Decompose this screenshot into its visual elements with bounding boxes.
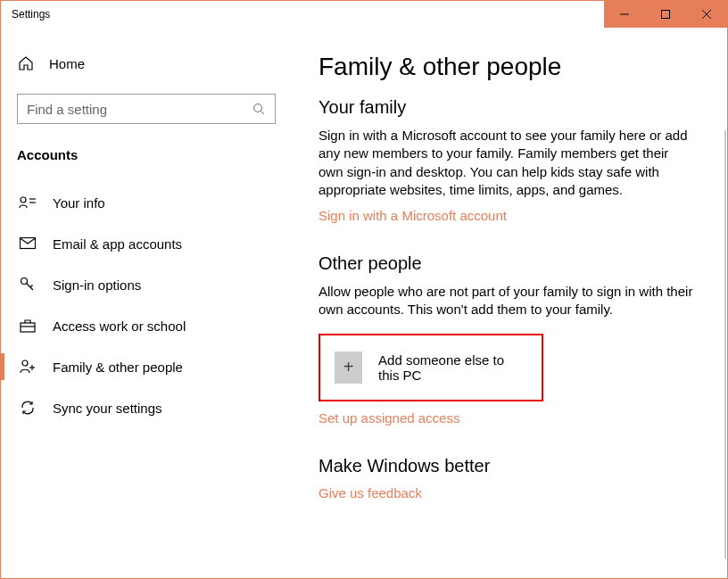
maximize-button[interactable] [645, 1, 686, 28]
assigned-access-link[interactable]: Set up assigned access [318, 410, 695, 426]
other-heading: Other people [318, 253, 695, 274]
nav-signin-options[interactable]: Sign-in options [17, 264, 286, 305]
home-icon [17, 55, 35, 71]
nav-label: Email & app accounts [53, 236, 182, 252]
briefcase-icon [19, 318, 37, 333]
minimize-icon [620, 10, 629, 19]
better-heading: Make Windows better [318, 456, 695, 476]
mail-icon [19, 237, 37, 250]
signin-microsoft-link[interactable]: Sign in with a Microsoft account [318, 208, 695, 223]
nav-label: Sign-in options [53, 277, 141, 293]
svg-rect-1 [662, 11, 670, 19]
feedback-link[interactable]: Give us feedback [318, 485, 695, 500]
svg-point-15 [22, 360, 28, 366]
add-someone-button[interactable]: + Add someone else to this PC [318, 334, 543, 401]
window-title: Settings [1, 8, 604, 21]
close-button[interactable] [686, 1, 727, 28]
svg-line-5 [261, 111, 265, 114]
svg-line-11 [27, 284, 34, 291]
nav-label: Access work or school [53, 318, 186, 334]
nav-your-info[interactable]: Your info [17, 182, 286, 223]
nav-label: Your info [53, 195, 105, 211]
svg-line-12 [30, 285, 33, 288]
maximize-icon [661, 10, 670, 19]
home-nav[interactable]: Home [17, 44, 286, 83]
nav-email-accounts[interactable]: Email & app accounts [17, 223, 286, 264]
people-add-icon [19, 359, 37, 375]
svg-point-10 [21, 278, 28, 285]
close-icon [702, 10, 711, 19]
family-desc: Sign in with a Microsoft account to see … [318, 127, 695, 199]
svg-point-4 [254, 103, 262, 112]
titlebar: Settings [1, 1, 727, 28]
sidebar: Home Find a setting Accounts Your info E… [1, 28, 286, 578]
nav-label: Sync your settings [53, 401, 162, 416]
main-panel: Family & other people Your family Sign i… [286, 28, 727, 578]
search-icon [252, 103, 266, 116]
search-input[interactable]: Find a setting [17, 94, 276, 124]
nav-sync-settings[interactable]: Sync your settings [17, 387, 286, 428]
nav-work-school[interactable]: Access work or school [17, 305, 286, 346]
page-title: Family & other people [318, 53, 695, 81]
add-someone-label: Add someone else to this PC [378, 352, 527, 383]
window-controls [604, 1, 727, 28]
family-heading: Your family [318, 97, 695, 118]
search-placeholder: Find a setting [27, 102, 107, 117]
home-label: Home [49, 56, 85, 71]
minimize-button[interactable] [604, 1, 645, 28]
other-desc: Allow people who are not part of your fa… [318, 283, 695, 319]
person-card-icon [19, 195, 37, 210]
category-heading: Accounts [17, 147, 286, 162]
sync-icon [19, 400, 37, 416]
key-icon [19, 277, 37, 293]
nav-label: Family & other people [53, 360, 183, 375]
scrollbar[interactable] [724, 130, 726, 558]
svg-point-6 [21, 197, 26, 203]
plus-icon: + [335, 352, 362, 384]
svg-rect-13 [21, 323, 35, 332]
nav-family-other[interactable]: Family & other people [17, 346, 286, 387]
nav-list: Your info Email & app accounts Sign-in o… [17, 182, 286, 428]
